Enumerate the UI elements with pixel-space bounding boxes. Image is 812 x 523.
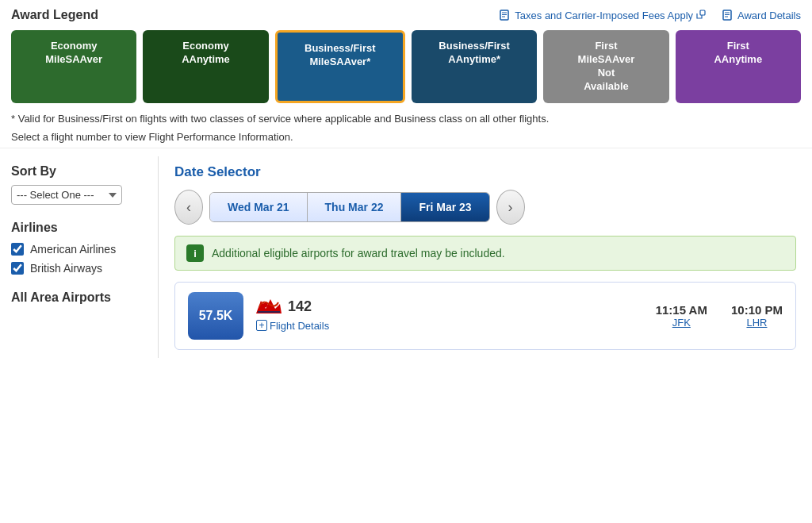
sort-select[interactable]: --- Select One --- Price Duration Depart…: [11, 185, 122, 205]
departure-airport[interactable]: JFK: [656, 317, 707, 329]
flight-details-link[interactable]: + Flight Details: [256, 320, 329, 332]
flight-number[interactable]: 142: [288, 298, 312, 315]
sidebar: Sort By --- Select One --- Price Duratio…: [0, 156, 159, 358]
date-button-thu-mar-22[interactable]: Thu Mar 22: [308, 193, 402, 221]
award-legend-header: Award Legend Taxes and Carrier-Imposed F…: [11, 8, 801, 22]
flight-result: 57.5K 142: [174, 282, 796, 350]
award-card-business-aanytime[interactable]: Business/FirstAAnytime*: [412, 30, 537, 103]
right-panel: Date Selector ‹ Wed Mar 21 Thu Mar 22 Fr…: [159, 156, 812, 358]
airlines-label: Airlines: [11, 221, 147, 235]
all-area-airports-label: All Area Airports: [11, 290, 147, 305]
award-legend-title: Award Legend: [11, 8, 98, 22]
plus-icon: +: [256, 320, 267, 331]
award-details-link[interactable]: Award Details: [722, 9, 801, 21]
miles-value: 57.5K: [199, 309, 233, 323]
flight-details-row: + Flight Details: [256, 320, 643, 332]
airline-label-british: British Airways: [30, 262, 102, 275]
airline-item-american: American Airlines: [11, 243, 147, 256]
airline-logo: [256, 298, 282, 317]
document-icon: [499, 9, 511, 21]
miles-badge: 57.5K: [188, 292, 243, 340]
prev-date-button[interactable]: ‹: [174, 190, 203, 225]
arrival-airport[interactable]: LHR: [731, 317, 783, 329]
date-button-fri-mar-23[interactable]: Fri Mar 23: [401, 193, 488, 221]
flight-top-row: 142: [256, 298, 643, 317]
award-legend-section: Award Legend Taxes and Carrier-Imposed F…: [0, 0, 812, 148]
sort-by-label: Sort By: [11, 164, 147, 179]
info-banner-message: Additional eligible airports for award t…: [212, 247, 505, 260]
award-card-business-milesaver[interactable]: Business/FirstMileSAAver*: [275, 30, 405, 103]
next-date-button[interactable]: ›: [496, 190, 525, 225]
main-content: Sort By --- Select One --- Price Duratio…: [0, 148, 812, 366]
flight-details-label: Flight Details: [270, 320, 329, 332]
aa-logo-svg: [256, 298, 282, 317]
arrival-time: 10:10 PM: [731, 303, 783, 317]
departure-group: 11:15 AM JFK: [656, 303, 707, 329]
info-banner: i Additional eligible airports for award…: [174, 236, 796, 271]
flight-times: 11:15 AM JFK 10:10 PM LHR: [656, 303, 783, 329]
airline-checkbox-american[interactable]: [11, 243, 24, 256]
airlines-section: Airlines American Airlines British Airwa…: [11, 221, 147, 275]
svg-rect-4: [700, 10, 705, 15]
flight-middle: 142 + Flight Details: [256, 298, 643, 335]
date-selector-title: Date Selector: [174, 164, 796, 180]
airline-checkbox-british[interactable]: [11, 262, 24, 275]
award-card-first-aanytime[interactable]: FirstAAnytime: [676, 30, 801, 103]
header-links: Taxes and Carrier-Imposed Fees Apply Awa…: [499, 9, 801, 21]
airline-item-british: British Airways: [11, 262, 147, 275]
departure-time: 11:15 AM: [656, 303, 707, 317]
arrival-group: 10:10 PM LHR: [731, 303, 783, 329]
document-icon-2: [722, 9, 734, 21]
award-card-economy-aanytime[interactable]: EconomyAAnytime: [143, 30, 268, 103]
award-cards: EconomyMileSAAver EconomyAAnytime Busine…: [11, 30, 801, 103]
airline-label-american: American Airlines: [30, 243, 116, 256]
date-selector-row: ‹ Wed Mar 21 Thu Mar 22 Fri Mar 23 ›: [174, 190, 796, 225]
flight-info-note: Select a flight number to view Flight Pe…: [11, 131, 801, 143]
external-link-icon: [696, 10, 706, 21]
award-card-first-not-available[interactable]: FirstMileSAAverNotAvailable: [543, 30, 668, 103]
taxes-fees-link[interactable]: Taxes and Carrier-Imposed Fees Apply: [499, 9, 706, 21]
info-icon: i: [186, 244, 204, 262]
award-note-1: * Valid for Business/First on flights wi…: [11, 111, 801, 127]
award-card-economy-milesaver[interactable]: EconomyMileSAAver: [11, 30, 136, 103]
date-button-wed-mar-21[interactable]: Wed Mar 21: [210, 193, 308, 221]
date-buttons: Wed Mar 21 Thu Mar 22 Fri Mar 23: [209, 192, 490, 222]
